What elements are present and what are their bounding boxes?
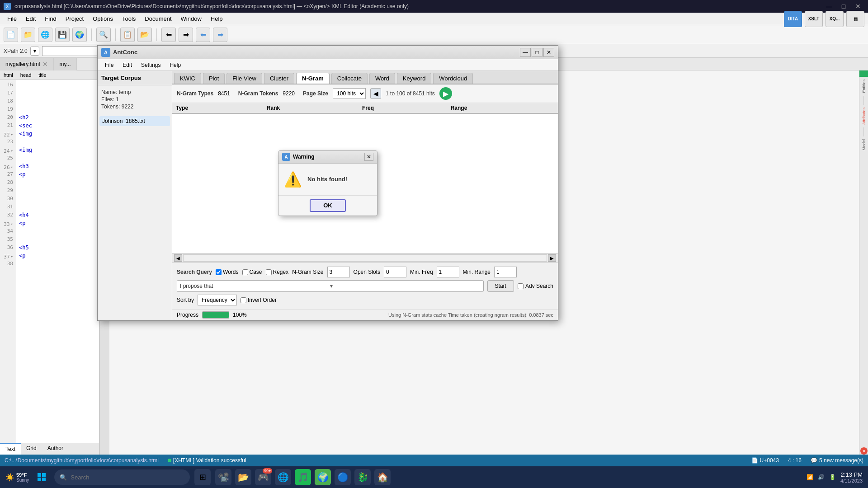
app-video[interactable]: 📽️ — [215, 469, 231, 485]
taskbar: ☀️ 59°F Sunny 🔍 ⊞ 📽️ 📂 🎮 99+ — [0, 466, 868, 488]
open-web-btn[interactable]: 🌐 — [38, 28, 52, 42]
forward-btn[interactable]: ➡ — [179, 28, 193, 42]
code-line-21: <sec — [19, 122, 97, 131]
task-view-btn[interactable]: ⊞ — [194, 469, 211, 485]
warning-message: No hits found! — [307, 176, 347, 183]
code-line-34 — [19, 228, 97, 236]
code-line-25 — [19, 155, 97, 163]
menu-project[interactable]: Project — [62, 14, 87, 23]
green-indicator[interactable] — [859, 70, 868, 77]
taskbar-search-box[interactable]: 🔍 — [54, 469, 190, 485]
open-local-btn[interactable]: 📋 — [120, 28, 135, 42]
menu-document[interactable]: Document — [141, 14, 175, 23]
svg-rect-2 — [38, 478, 41, 481]
code-line-19 — [19, 106, 97, 114]
line-28: 28 — [0, 179, 16, 188]
new-file-btn[interactable]: 📄 — [4, 28, 18, 42]
menu-help[interactable]: Help — [207, 14, 226, 23]
menu-tools[interactable]: Tools — [118, 14, 139, 23]
dita-btn[interactable]: DITA — [784, 11, 802, 27]
prev-btn[interactable]: ⬅ — [196, 28, 210, 42]
doc-tab-my[interactable]: my... — [54, 58, 76, 70]
app-chrome-green[interactable]: 🌍 — [315, 469, 331, 485]
warning-close-btn[interactable]: ✕ — [364, 153, 373, 161]
minimize-btn[interactable]: — — [823, 2, 835, 11]
maximize-btn[interactable]: □ — [837, 2, 850, 11]
head-tab[interactable]: head — [17, 70, 35, 80]
title-tab[interactable]: title — [35, 70, 50, 80]
code-line-22: <img — [19, 131, 97, 139]
code-line-18 — [19, 98, 97, 106]
app-edge[interactable]: 🌐 — [275, 469, 291, 485]
battery-icon: 🔋 — [829, 474, 836, 480]
app-game[interactable]: 🎮 99+ — [255, 469, 271, 485]
search-icon: 🔍 — [60, 474, 67, 481]
taskbar-search-input[interactable] — [71, 474, 161, 481]
warning-title-text: Warning — [293, 154, 362, 160]
line-25: 25 — [0, 155, 16, 163]
code-line-32: <h4 — [19, 212, 97, 220]
app-home[interactable]: 🏠 — [374, 469, 391, 485]
open-folder-btn[interactable]: 📁 — [21, 28, 35, 42]
sep — [863, 96, 864, 105]
search-btn[interactable]: 🔍 — [96, 28, 111, 42]
sep2 — [863, 127, 864, 136]
code-line-23 — [19, 139, 97, 147]
code-line-33: <p — [19, 220, 97, 228]
app-badge: 99+ — [263, 468, 272, 474]
toolbar-sep-1 — [91, 28, 92, 41]
layout-btn[interactable]: ▦ — [846, 11, 864, 27]
xslt-btn[interactable]: XSLT — [805, 11, 823, 27]
line-32: 32 — [0, 212, 16, 220]
validation-status: [XHTML] Validation successful — [168, 457, 246, 464]
save-web-btn[interactable]: 🌍 — [72, 28, 87, 42]
close-btn[interactable]: ✕ — [852, 2, 864, 11]
code-content[interactable]: <h2 <sec <img <img <h3 <p <h4 <p — [17, 80, 99, 271]
line-26: 26 ▾ — [0, 163, 16, 171]
attributes-label[interactable]: Attributes — [861, 107, 867, 126]
menu-edit[interactable]: Edit — [22, 14, 39, 23]
open-dir-btn[interactable]: 📂 — [137, 28, 152, 42]
tab-author[interactable]: Author — [42, 443, 69, 455]
model-label[interactable]: Model — [861, 138, 867, 151]
line-34: 34 — [0, 228, 16, 236]
toolbar-sep-3 — [156, 28, 157, 41]
code-line-28 — [19, 179, 97, 188]
back-btn[interactable]: ⬅ — [161, 28, 176, 42]
start-button[interactable] — [33, 469, 50, 485]
menu-find[interactable]: Find — [41, 14, 60, 23]
doc-tab-gallery-close[interactable]: ✕ — [42, 61, 48, 68]
tab-grid[interactable]: Grid — [21, 443, 42, 455]
doc-tab-gallery-label: mygallery.html — [5, 61, 40, 67]
app-chrome[interactable]: 🔵 — [335, 469, 351, 485]
doc-tab-gallery[interactable]: mygallery.html ✕ — [0, 58, 54, 70]
menu-options[interactable]: Options — [89, 14, 117, 23]
app-dragon[interactable]: 🐉 — [354, 469, 371, 485]
svg-rect-1 — [42, 473, 46, 477]
tab-text[interactable]: Text — [0, 443, 21, 455]
code-line-37: <p — [19, 253, 97, 261]
left-panel-header: html head title — [0, 70, 99, 80]
xpath-label: XPath 2.0 — [4, 48, 28, 54]
html-tab[interactable]: html — [0, 70, 17, 80]
save-btn[interactable]: 💾 — [55, 28, 70, 42]
app-music[interactable]: 🎵 — [295, 469, 311, 485]
warning-footer: OK — [278, 195, 377, 216]
taskbar-right: 📶 🔊 🔋 2:13 PM 4/11/2023 — [807, 471, 863, 483]
xq-btn[interactable]: XQ... — [826, 11, 844, 27]
next-btn[interactable]: ➡ — [213, 28, 227, 42]
close-side-btn[interactable]: ✕ — [860, 447, 868, 455]
taskbar-apps: 📽️ 📂 🎮 99+ 🌐 🎵 🌍 🔵 🐉 🏠 — [215, 469, 391, 485]
menu-window[interactable]: Window — [177, 14, 205, 23]
doc-icon: 📄 — [751, 457, 758, 464]
entities-label[interactable]: Entities — [861, 79, 867, 94]
menu-bar: File Edit Find Project Options Tools Doc… — [0, 13, 868, 25]
time-text: 2:13 PM — [840, 471, 863, 478]
toolbar-sep-2 — [115, 28, 116, 41]
app-folder[interactable]: 📂 — [235, 469, 251, 485]
menu-file[interactable]: File — [4, 14, 20, 23]
ok-btn[interactable]: OK — [310, 199, 346, 212]
line-37: 37 ▾ — [0, 253, 16, 261]
line-numbers: 16 17 18 19 20 21 22 ▾ 23 24 ▾ 25 26 ▾ 2… — [0, 80, 16, 443]
xpath-dropdown[interactable]: ▾ — [30, 47, 39, 56]
